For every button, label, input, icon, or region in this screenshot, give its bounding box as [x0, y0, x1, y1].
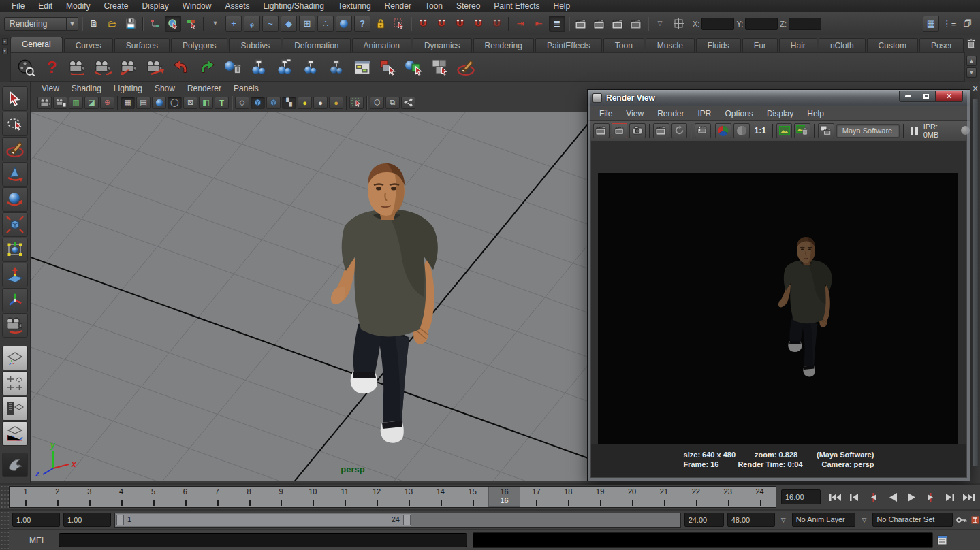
shelf-item-camera-dolly[interactable] — [117, 55, 142, 80]
timeline-frame-3[interactable]: 3 — [74, 487, 106, 507]
character-model[interactable] — [331, 163, 438, 443]
shelf-item-select-object[interactable] — [376, 55, 400, 80]
shelf-item-joint-tool[interactable] — [247, 55, 271, 80]
toggle-channel-box-button[interactable]: ▦ — [923, 16, 939, 32]
grid-toggle-button[interactable]: ▦ — [121, 97, 135, 109]
timeline-frame-6[interactable]: 6 — [169, 487, 201, 507]
render-settings-button[interactable] — [610, 16, 626, 32]
shelf-tab-animation[interactable]: Animation — [352, 38, 411, 52]
layout-persp-graph-button[interactable] — [2, 421, 28, 446]
maximize-button[interactable] — [917, 91, 936, 102]
timeline-frame-5[interactable]: 5 — [138, 487, 170, 507]
shelf-item-camera-zoom[interactable] — [143, 55, 168, 80]
go-to-end-button[interactable] — [960, 488, 978, 506]
redo-previous-render-button[interactable] — [593, 123, 610, 138]
layout-four-pane-button[interactable] — [2, 371, 28, 395]
open-render-settings-button[interactable] — [818, 123, 834, 138]
save-scene-button[interactable]: 💾 — [123, 16, 139, 32]
menu-toon[interactable]: Toon — [419, 1, 449, 12]
mask-surfaces-button[interactable]: ◆ — [281, 16, 297, 32]
play-forwards-button[interactable] — [902, 488, 921, 506]
shelf-item-render-view[interactable] — [14, 55, 38, 80]
lasso-select-tool-button[interactable] — [2, 112, 28, 136]
command-language-toggle[interactable]: MEL — [29, 536, 46, 545]
shelf-tab-toggle-icon[interactable]: ▾ — [2, 38, 8, 45]
shelf-tab-fur[interactable]: Fur — [742, 38, 778, 52]
snap-to-planes-button[interactable] — [470, 16, 486, 32]
shelf-item-mirror-joint[interactable] — [324, 55, 349, 80]
auto-keyframe-icon[interactable] — [956, 517, 967, 523]
shelf-item-camera-orbit[interactable] — [65, 55, 90, 80]
scale-tool-button[interactable] — [2, 212, 28, 237]
timeline-frame-9[interactable]: 9 — [265, 487, 297, 507]
step-forward-key-button[interactable] — [921, 488, 940, 506]
shelf-tab-rendering[interactable]: Rendering — [473, 38, 534, 52]
menu-help[interactable]: Help — [548, 1, 577, 12]
menu-paint-effects[interactable]: Paint Effects — [488, 1, 546, 12]
shelf-item-undo[interactable] — [169, 55, 193, 80]
step-back-key-button[interactable] — [864, 488, 883, 506]
ipr-render-button[interactable] — [591, 16, 607, 32]
render-menu-display[interactable]: Display — [761, 108, 800, 119]
render-menu-render[interactable]: Render — [651, 108, 690, 119]
input-connections-button[interactable]: ⇥ — [512, 16, 528, 32]
timeline-frame-24[interactable]: 24 — [744, 487, 776, 507]
timeline-frame-11[interactable]: 11 — [329, 487, 361, 507]
rotate-tool-button[interactable] — [2, 187, 28, 212]
step-back-frame-button[interactable] — [845, 488, 864, 506]
last-tool-used-button[interactable] — [2, 313, 28, 338]
timeline-frame-2[interactable]: 2 — [42, 487, 74, 507]
timeline-frame-15[interactable]: 15 — [456, 487, 488, 507]
range-end-handle[interactable] — [403, 515, 411, 525]
select-hierarchy-button[interactable] — [146, 16, 163, 32]
shelf-tab-hair[interactable]: Hair — [779, 38, 817, 52]
render-current-frame-button[interactable] — [573, 16, 589, 32]
safe-title-button[interactable]: T — [215, 97, 229, 109]
toolbar-divider[interactable] — [646, 16, 650, 32]
paint-effects-panel-button[interactable] — [628, 16, 644, 32]
select-camera-button[interactable] — [37, 97, 52, 109]
timeline-frame-8[interactable]: 8 — [233, 487, 265, 507]
new-scene-button[interactable]: 🗎 — [86, 16, 102, 32]
shelf-menu-icon[interactable]: ▾ — [2, 48, 8, 54]
keep-image-button[interactable] — [776, 123, 793, 138]
timeline-frame-23[interactable]: 23 — [712, 487, 744, 507]
mask-joints-button[interactable]: ߾ — [244, 16, 260, 32]
shelf-item-hypergraph[interactable] — [350, 55, 375, 80]
render-region-button[interactable] — [612, 123, 628, 138]
scroll-down-icon[interactable]: ▼ — [966, 67, 977, 78]
render-view-titlebar[interactable]: Render View ✕ — [588, 90, 970, 106]
menu-modify[interactable]: Modify — [60, 1, 96, 12]
move-tool-button[interactable] — [2, 162, 28, 187]
shaded-mode-button[interactable] — [251, 97, 265, 109]
go-to-start-button[interactable] — [826, 488, 844, 506]
render-menu-options[interactable]: Options — [719, 108, 759, 119]
timeline-frame-4[interactable]: 4 — [106, 487, 138, 507]
shelf-tab-toon[interactable]: Toon — [603, 38, 644, 52]
shelf-tab-ncloth[interactable]: nCloth — [819, 38, 866, 52]
scroll-up-icon[interactable]: ▲ — [966, 56, 977, 66]
shelf-item-paint-selection[interactable] — [454, 55, 478, 80]
isolate-select-button[interactable]: ⬡ — [370, 97, 384, 109]
timeline-current-frame[interactable]: 1616 — [488, 487, 520, 507]
timeline-frame-7[interactable]: 7 — [201, 487, 233, 507]
shelf-tab-poser[interactable]: Poser — [919, 38, 964, 52]
select-tool-button[interactable] — [2, 86, 28, 111]
output-connections-button[interactable]: ⇤ — [531, 16, 547, 32]
shelf-tab-dynamics[interactable]: Dynamics — [413, 38, 472, 52]
playback-end-field[interactable] — [684, 513, 724, 527]
mel-command-input[interactable] — [59, 533, 467, 547]
timeline-frame-17[interactable]: 17 — [520, 487, 552, 507]
command-output-field[interactable] — [473, 532, 933, 548]
shelf-tab-curves[interactable]: Curves — [64, 38, 113, 52]
update-shading-region-button[interactable] — [695, 123, 711, 138]
menu-file[interactable]: File — [5, 1, 31, 12]
shelf-item-redo[interactable] — [195, 55, 219, 80]
layout-single-pane-button[interactable] — [2, 346, 28, 370]
shelf-trash-button[interactable] — [966, 38, 976, 49]
highlight-selection-button[interactable] — [391, 16, 407, 32]
panel-menu-panels[interactable]: Panels — [228, 83, 264, 94]
field-chart-button[interactable]: ⊠ — [183, 97, 197, 109]
toolbar-divider[interactable] — [567, 16, 571, 32]
timeline-frame-20[interactable]: 20 — [616, 487, 648, 507]
